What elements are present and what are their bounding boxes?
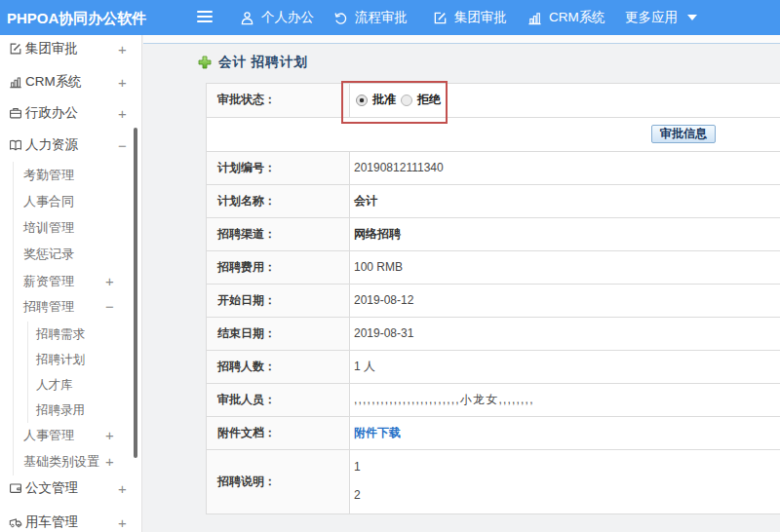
sidebar-item-rewards[interactable]: 奖惩记录 [0,241,142,267]
caret-down-icon [687,15,697,20]
sidebar-item-label: 奖惩记录 [23,246,74,263]
field-label: 计划名称： [207,185,350,217]
field-label: 招聘人数： [207,351,350,383]
folder-icon [9,481,22,495]
field-label: 计划编号： [207,152,350,184]
field-label: 附件文档： [207,417,350,449]
expand-icon[interactable]: + [105,427,114,443]
table-row: 招聘人数： 1 人 [207,351,780,384]
sidebar-item-training[interactable]: 培训管理 [0,214,142,241]
field-label: 招聘渠道： [207,218,350,250]
nav-group-approval[interactable]: 集团审批 [433,0,507,35]
field-label: 审批人员： [207,384,350,416]
sidebar-item-doc-mgmt[interactable]: 公文管理 + [0,475,142,501]
table-row: 审批人员： ,,,,,,,,,,,,,,,,,,,,,,,,小龙女,,,,,,,… [207,384,780,417]
approval-info-button[interactable]: 审批信息 [651,125,716,143]
sidebar-item-label: 招聘录用 [36,402,85,419]
sidebar-item-label: 招聘管理 [23,298,74,316]
field-value: 1 人 [350,351,780,383]
topbar: PHPOA协同办公软件 个人办公 流程审批 集团审批 CRM系统 更多应用 [0,0,780,35]
sidebar-item-group-approval[interactable]: 集团审批 + [0,36,142,61]
expand-icon[interactable]: + [118,41,127,57]
main-content: 会计 招聘计划 审批状态： 批准 拒绝 计划编号： 20190812111340… [143,35,780,532]
row-approval-status: 审批状态： 批准 拒绝 [207,84,780,118]
user-icon [240,11,254,25]
sidebar-item-salary[interactable]: 薪资管理 + [0,267,142,295]
sidebar-item-vehicle-mgmt[interactable]: 用车管理 + [0,510,142,532]
menu-toggle-icon[interactable] [197,11,213,24]
sidebar-item-talent-pool[interactable]: 人才库 [0,372,142,398]
sidebar-item-label: 人事管理 [23,427,74,444]
description-line: 1 [354,453,361,481]
table-row: 计划编号： 20190812111340 [207,152,780,185]
edit-square-icon [9,42,22,56]
nav-label: 集团审批 [454,9,507,26]
field-label: 结束日期： [207,318,350,350]
description-line: 2 [354,481,361,510]
sidebar-item-label: 人才库 [36,377,73,394]
sidebar-item-label: 人事合同 [23,193,74,210]
field-value: ,,,,,,,,,,,,,,,,,,,,,,,,小龙女,,,,,,,, [350,384,780,416]
field-value: 附件下载 [350,417,780,449]
sidebar-item-label: 薪资管理 [23,273,74,290]
field-value: 2019-08-31 [350,318,780,350]
expand-icon[interactable]: + [105,273,114,289]
sidebar-scrollbar[interactable] [134,128,137,458]
nav-more-apps[interactable]: 更多应用 [625,0,697,35]
attachment-download-link[interactable]: 附件下载 [354,425,401,441]
sidebar-item-label: 集团审批 [25,40,78,57]
sidebar-item-recruit-plan[interactable]: 招聘计划 [0,347,142,372]
field-value: 1 2 [350,450,780,513]
edit-square-icon [433,11,448,25]
nav-process-approval[interactable]: 流程审批 [333,0,408,35]
sidebar-item-hr-contract[interactable]: 人事合同 [0,188,142,214]
expand-icon[interactable]: + [105,453,114,470]
expand-icon[interactable]: + [118,514,127,531]
field-label: 招聘说明： [207,450,350,513]
nav-label: CRM系统 [549,9,605,26]
sidebar-item-label: 考勤管理 [23,167,74,184]
field-label: 招聘费用： [207,251,350,284]
sidebar-item-crm[interactable]: CRM系统 + [0,69,142,95]
radio-approve-label[interactable]: 批准 [372,92,396,108]
collapse-icon[interactable]: − [105,298,114,315]
sidebar-item-attendance[interactable]: 考勤管理 [0,162,142,188]
table-row: 结束日期： 2019-08-31 [207,318,780,351]
table-row: 招聘渠道： 网络招聘 [207,218,780,251]
nav-personal-office[interactable]: 个人办公 [240,0,314,35]
add-plus-icon [198,56,212,69]
briefcase-icon [9,106,22,120]
sidebar-item-label: 招聘需求 [36,326,85,343]
nav-label: 流程审批 [355,9,408,26]
bar-chart-icon [527,11,542,25]
radio-reject[interactable] [401,95,412,106]
table-row: 计划名称： 会计 [207,185,780,218]
sidebar-item-recruit-need[interactable]: 招聘需求 [0,322,142,347]
field-value: 100 RMB [350,251,780,284]
table-row: 招聘费用： 100 RMB [207,251,780,285]
radio-approve[interactable] [356,95,368,106]
sidebar-item-recruit-hire[interactable]: 招聘录用 [0,398,142,423]
expand-icon[interactable]: + [118,105,127,122]
sidebar-item-personnel-mgmt[interactable]: 人事管理 + [0,422,142,448]
app-logo: PHPOA协同办公软件 [7,0,146,35]
sidebar-item-recruit-mgmt[interactable]: 招聘管理 − [0,293,142,320]
collapse-icon[interactable]: − [118,137,127,154]
radio-reject-label[interactable]: 拒绝 [417,92,441,108]
table-row: 开始日期： 2019-08-12 [207,285,780,318]
nav-crm-system[interactable]: CRM系统 [527,0,605,35]
sidebar-item-admin-office[interactable]: 行政办公 + [0,100,142,126]
field-value: 会计 [350,185,780,217]
nav-label: 个人办公 [261,9,314,26]
sidebar-item-hr[interactable]: 人力资源 − [0,133,142,158]
expand-icon[interactable]: + [118,74,127,91]
sidebar-item-base-category[interactable]: 基础类别设置 + [0,448,142,475]
expand-icon[interactable]: + [118,480,127,497]
sidebar-item-label: 基础类别设置 [23,453,99,471]
table-row: 附件文档： 附件下载 [207,417,780,450]
field-label: 审批状态： [207,84,350,117]
field-value: 20190812111340 [350,152,780,184]
sidebar-item-label: 招聘计划 [36,352,85,368]
process-approval-icon [333,11,348,25]
detail-form-table: 审批状态： 批准 拒绝 计划编号： 20190812111340 计划名称： 会… [206,83,780,514]
